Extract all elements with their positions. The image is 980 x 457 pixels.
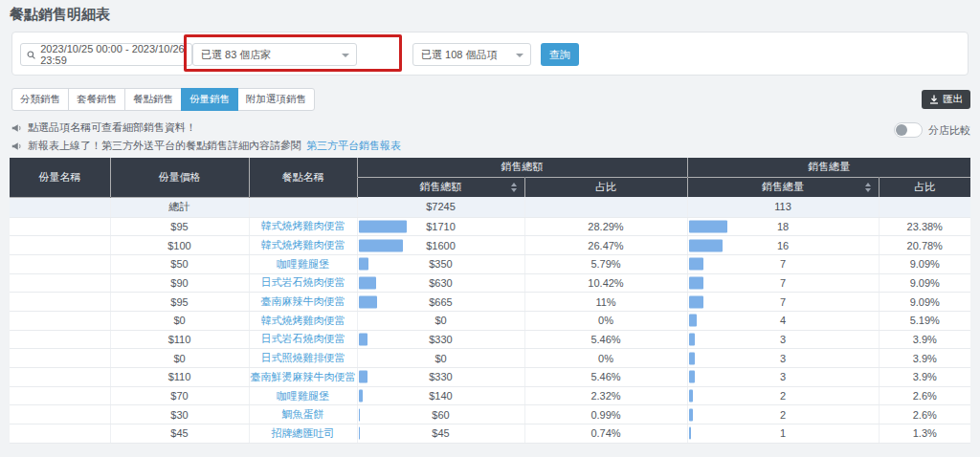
amount-pct-cell: 10.42% — [524, 273, 687, 293]
portion-price-cell: $70 — [110, 386, 249, 405]
qty-pct-cell: 2.6% — [879, 386, 970, 405]
amount-bar — [359, 333, 368, 345]
table-row: $90 日式岩石燒肉便當 $630 10.42% 7 9.09% — [10, 273, 970, 293]
total-qty: 113 — [687, 197, 879, 217]
meal-name-link[interactable]: 日式岩石燒肉便當 — [261, 276, 345, 288]
amount-pct-cell: 5.46% — [524, 330, 687, 349]
total-empty-cell — [879, 197, 970, 217]
meal-name-link[interactable]: 咖哩雞腿堡 — [277, 258, 329, 270]
meal-name-link[interactable]: 臺南麻辣牛肉便當 — [261, 295, 345, 307]
portion-price-cell: $95 — [110, 293, 249, 312]
export-button[interactable]: 匯出 — [922, 90, 970, 109]
report-page: 餐點銷售明細表 2023/10/25 00:00 - 2023/10/26 23… — [0, 0, 980, 457]
qty-value: 3 — [780, 371, 786, 382]
amount-pct-cell: 5.79% — [524, 254, 687, 273]
meal-name-link[interactable]: 韓式燒烤雞肉便當 — [261, 315, 345, 326]
tab-combo-sales[interactable]: 套餐銷售 — [68, 88, 125, 111]
qty-pct-cell: 20.78% — [879, 236, 970, 255]
table-row: $45 招牌總匯吐司 $45 0.74% 1 1.3% — [10, 424, 970, 444]
col-amount: 銷售總額 — [357, 177, 524, 197]
total-empty-cell — [10, 197, 110, 217]
tab-addon-sales[interactable]: 附加選項銷售 — [237, 88, 315, 111]
branch-compare-toggle[interactable] — [894, 122, 923, 138]
portion-price-cell: $50 — [110, 254, 249, 273]
portion-name-cell — [10, 311, 110, 330]
page-title: 餐點銷售明細表 — [10, 6, 110, 24]
sort-qty-icon[interactable] — [865, 183, 871, 192]
date-range-value: 2023/10/25 00:00 - 2023/10/26 23:59 — [40, 43, 186, 66]
meal-name-link[interactable]: 韓式燒烤雞肉便當 — [261, 220, 345, 231]
amount-bar — [359, 390, 363, 403]
meal-name-link[interactable]: 日式照燒雞排便當 — [261, 352, 345, 363]
tab-portion-sales[interactable]: 份量銷售 — [181, 88, 238, 111]
portion-price-cell: $110 — [110, 330, 249, 349]
table-row: $110 臺南鮮燙麻辣牛肉便當 $330 5.46% 3 3.9% — [10, 368, 970, 387]
portion-name-cell — [10, 368, 110, 387]
chevron-down-icon — [342, 54, 349, 57]
amount-pct-cell: 2.32% — [524, 386, 687, 405]
branch-compare-label: 分店比較 — [928, 123, 970, 138]
notice-item: 點選品項名稱可查看細部銷售資料！ — [11, 120, 196, 135]
table-row: $95 臺南麻辣牛肉便當 $665 11% 7 9.09% — [10, 293, 970, 312]
third-party-report-link[interactable]: 第三方平台銷售報表 — [306, 139, 401, 153]
qty-pct-cell: 3.9% — [879, 368, 970, 387]
table-row: $50 咖哩雞腿堡 $350 5.79% 7 9.09% — [10, 254, 970, 273]
notice-item: 新報表上線了！第三方外送平台的餐點銷售詳細內容請參閱第三方平台銷售報表 — [11, 139, 401, 153]
meal-name-link[interactable]: 招牌總匯吐司 — [272, 427, 335, 439]
portion-name-cell — [10, 217, 110, 236]
qty-value: 2 — [780, 409, 786, 421]
store-select-value: 已選 83 個店家 — [201, 48, 271, 62]
store-select[interactable]: 已選 83 個店家 — [192, 43, 357, 66]
col-portion-price: 份量價格 — [110, 158, 249, 197]
table-row: $100 韓式燒烤雞肉便當 $1600 26.47% 16 20.78% — [10, 236, 970, 255]
amount-bar — [359, 220, 407, 232]
table-row: $70 咖哩雞腿堡 $140 2.32% 2 2.6% — [10, 386, 970, 405]
qty-value: 7 — [780, 258, 786, 270]
meal-name-link[interactable]: 咖哩雞腿堡 — [277, 390, 329, 402]
qty-bar — [689, 239, 724, 251]
meal-name-link[interactable]: 臺南鮮燙麻辣牛肉便當 — [251, 371, 356, 382]
portion-name-cell — [10, 330, 110, 349]
tab-meal-sales[interactable]: 餐點銷售 — [124, 88, 182, 111]
qty-bar — [689, 408, 693, 421]
amount-bar — [359, 408, 361, 421]
meal-name-link[interactable]: 韓式燒烤雞肉便當 — [261, 239, 345, 250]
megaphone-icon — [11, 141, 23, 152]
total-amount: $7245 — [357, 197, 524, 217]
amount-value: $0 — [434, 353, 446, 364]
portion-name-cell — [10, 293, 110, 312]
qty-bar — [689, 333, 696, 345]
tab-category-sales[interactable]: 分類銷售 — [11, 88, 69, 111]
portion-name-cell — [10, 424, 110, 444]
toggle-knob — [896, 124, 907, 136]
amount-value: $350 — [429, 258, 452, 270]
amount-bar — [359, 295, 377, 308]
amount-pct-cell: 0% — [524, 311, 687, 330]
qty-pct-cell: 23.38% — [879, 217, 970, 236]
amount-bar — [359, 371, 368, 383]
meal-name-link[interactable]: 日式岩石燒肉便當 — [261, 333, 345, 344]
qty-pct-cell: 5.19% — [879, 311, 970, 330]
chevron-down-icon — [516, 54, 523, 57]
item-select-value: 已選 108 個品項 — [421, 48, 497, 62]
download-icon — [929, 95, 939, 104]
portion-name-cell — [10, 349, 110, 368]
date-range-input[interactable]: 2023/10/25 00:00 - 2023/10/26 23:59 — [20, 43, 192, 66]
table-row: $30 鯛魚蛋餅 $60 0.99% 2 2.6% — [10, 405, 970, 424]
meal-name-link[interactable]: 鯛魚蛋餅 — [282, 408, 324, 420]
amount-value: $0 — [434, 315, 446, 326]
portion-name-cell — [10, 236, 110, 255]
qty-pct-cell: 9.09% — [879, 293, 970, 312]
col-meal-name: 餐點名稱 — [249, 158, 357, 197]
search-button[interactable]: 查詢 — [541, 43, 579, 66]
export-button-label: 匯出 — [943, 93, 963, 106]
sort-amount-icon[interactable] — [511, 183, 517, 192]
col-portion-name: 份量名稱 — [10, 158, 110, 197]
amount-value: $330 — [429, 334, 452, 345]
qty-bar — [689, 427, 691, 440]
portion-price-cell: $90 — [110, 273, 249, 293]
amount-pct-cell: 11% — [524, 293, 687, 312]
qty-value: 3 — [780, 334, 786, 345]
item-select[interactable]: 已選 108 個品項 — [412, 43, 531, 66]
filter-bar: 2023/10/25 00:00 - 2023/10/26 23:59 已選 8… — [11, 32, 969, 76]
